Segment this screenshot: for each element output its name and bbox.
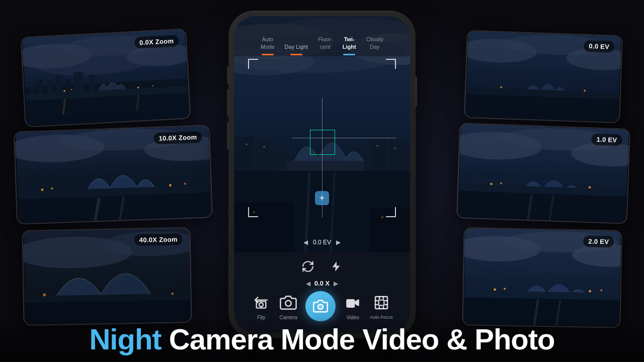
svg-rect-103 [346, 299, 355, 307]
ev-slider: ◀ 0.0 EV ▶ [234, 232, 410, 252]
crosshair-horizontal [292, 138, 396, 138]
card-left-mid-label: 10.0X Zoom [153, 131, 202, 144]
svg-rect-11 [73, 72, 85, 95]
phone-vol-up-button [227, 89, 229, 117]
card-right-bot-label: 2.0 EV [583, 235, 614, 247]
svg-rect-9 [55, 75, 63, 96]
svg-rect-104 [375, 297, 387, 309]
svg-rect-105 [379, 300, 384, 306]
flip-icon [251, 293, 271, 313]
camera-icon [278, 293, 298, 313]
tab-day-light[interactable]: Day Light [280, 41, 313, 52]
ev-left-arrow[interactable]: ◀ [303, 239, 308, 246]
recycle-icon-btn[interactable] [299, 257, 317, 276]
tab-fluorcent[interactable]: Fluor-cent [313, 34, 338, 52]
card-left-mid: 10.0X Zoom [14, 125, 213, 224]
card-right-mid: 1.0 EV [456, 123, 630, 224]
title-night: Night [89, 323, 161, 355]
zoom-value: 0.0 X [314, 280, 330, 287]
mode-tabs-bar: AutoMode Day Light Fluor-cent Twi-Light … [234, 16, 410, 56]
ev-right-arrow[interactable]: ▶ [336, 239, 341, 246]
camera-button[interactable]: Camera [278, 293, 298, 320]
focus-corner-bl [248, 207, 258, 217]
focus-corner-br [386, 207, 396, 217]
flip-button[interactable]: Flip [251, 293, 271, 320]
phone-mute-button [227, 66, 229, 84]
phone-body: AutoMode Day Light Fluor-cent Twi-Light … [229, 11, 415, 338]
card-left-bot: 40.0X Zoom [22, 227, 192, 326]
card-left-top-label: 0.0X Zoom [134, 35, 179, 49]
svg-point-101 [286, 300, 291, 306]
zoom-row: ◀ 0.0 X ▶ [306, 280, 338, 287]
card-left-top: 0.0X Zoom [21, 28, 191, 127]
zoom-right-arrow[interactable]: ▶ [334, 280, 338, 287]
svg-point-100 [259, 303, 263, 307]
focus-corner-tl [248, 59, 258, 69]
tab-auto-mode[interactable]: AutoMode [256, 34, 280, 52]
inner-focus-box [310, 130, 335, 155]
card-right-mid-label: 1.0 EV [591, 133, 622, 146]
phone: AutoMode Day Light Fluor-cent Twi-Light … [229, 11, 415, 338]
tab-cloudy-day[interactable]: CloudyDay [361, 34, 388, 52]
plus-icon[interactable]: + [315, 191, 329, 205]
card-left-bot-label: 40.0X Zoom [134, 233, 183, 246]
phone-screen: AutoMode Day Light Fluor-cent Twi-Light … [234, 16, 410, 333]
title-rest: Camera Mode Video & Photo [162, 323, 555, 355]
card-right-bot: 2.0 EV [462, 227, 622, 328]
video-button[interactable]: Video [343, 293, 363, 320]
card-right-top-label: 0.0 EV [584, 40, 615, 53]
icon-row [299, 257, 345, 276]
page-title: Night Camera Mode Video & Photo [89, 325, 554, 354]
svg-point-102 [318, 304, 323, 309]
phone-power-button [415, 76, 417, 107]
svg-rect-12 [88, 74, 95, 94]
autofocus-button[interactable]: Auto Focus [370, 293, 393, 320]
lightning-icon-btn[interactable] [327, 257, 345, 276]
focus-corner-tr [386, 59, 396, 69]
zoom-left-arrow[interactable]: ◀ [306, 280, 310, 287]
card-right-top: 0.0 EV [464, 30, 623, 124]
svg-point-88 [246, 144, 248, 145]
phone-vol-down-button [227, 122, 229, 149]
ev-display: 0.0 EV [313, 239, 331, 246]
autofocus-icon [371, 293, 391, 313]
video-icon [343, 293, 363, 313]
tab-twilight[interactable]: Twi-Light [338, 34, 361, 52]
title-bar: Night Camera Mode Video & Photo [0, 317, 644, 362]
